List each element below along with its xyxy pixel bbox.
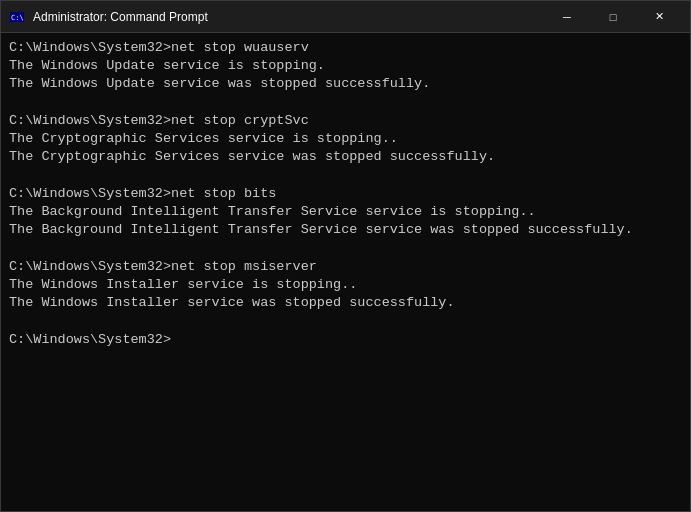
terminal-body[interactable]: C:\Windows\System32>net stop wuauserv Th… xyxy=(1,33,690,511)
minimize-button[interactable]: ─ xyxy=(544,1,590,33)
title-bar: C:\ Administrator: Command Prompt ─ □ ✕ xyxy=(1,1,690,33)
close-button[interactable]: ✕ xyxy=(636,1,682,33)
maximize-button[interactable]: □ xyxy=(590,1,636,33)
cmd-icon: C:\ xyxy=(9,9,25,25)
svg-text:C:\: C:\ xyxy=(11,14,24,22)
command-prompt-window: C:\ Administrator: Command Prompt ─ □ ✕ … xyxy=(0,0,691,512)
window-title: Administrator: Command Prompt xyxy=(33,10,544,24)
window-controls: ─ □ ✕ xyxy=(544,1,682,33)
